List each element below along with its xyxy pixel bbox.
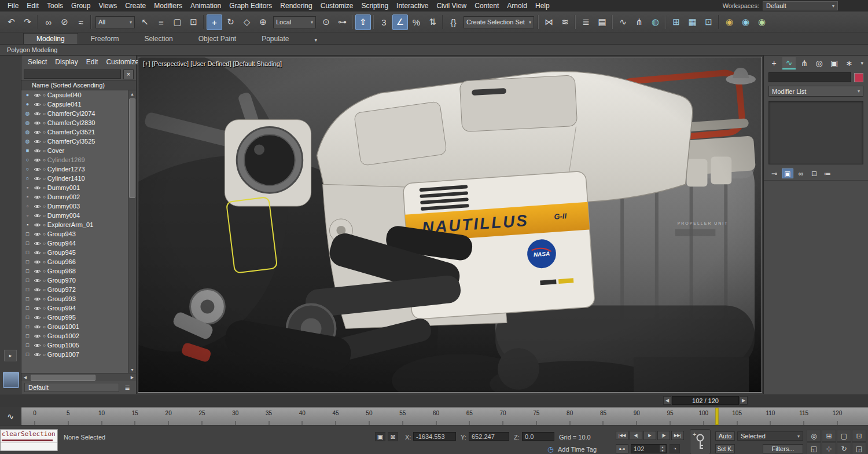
explorer-menu-edit[interactable]: Edit: [82, 58, 102, 66]
object-row[interactable]: ○○Cylinder1410: [21, 174, 128, 183]
select-and-place-button[interactable]: ⊕: [255, 14, 271, 30]
zoom-region-button[interactable]: ◱: [807, 442, 821, 454]
ribbon-panel-header[interactable]: Polygon Modeling: [0, 45, 868, 56]
menu-item-rendering[interactable]: Rendering: [276, 0, 316, 12]
visibility-eye-icon[interactable]: [34, 352, 41, 357]
rectangular-selection-region-button[interactable]: ▢: [170, 14, 185, 30]
zoom-extents-all-button[interactable]: ⊡: [852, 430, 866, 442]
go-to-start-button[interactable]: |◀◀: [616, 431, 628, 440]
rendered-frame-window-button[interactable]: ⊡: [701, 14, 716, 30]
visibility-eye-icon[interactable]: [34, 93, 41, 98]
named-selection-sets-dropdown[interactable]: Create Selection Set▾: [464, 16, 534, 28]
zoom-extents-button[interactable]: ▢: [837, 430, 851, 442]
pan-button[interactable]: ⊹: [822, 442, 836, 454]
next-frame-step-icon[interactable]: ▶: [740, 396, 748, 405]
isolate-selection-toggle[interactable]: ▣: [375, 432, 385, 441]
tab-create[interactable]: +: [767, 57, 781, 69]
tab-display[interactable]: ▣: [827, 57, 841, 69]
visibility-eye-icon[interactable]: [34, 130, 41, 135]
maximize-viewport-toggle[interactable]: ◲: [852, 442, 866, 454]
visibility-eye-icon[interactable]: [34, 250, 41, 255]
ribbon-tab-populate[interactable]: Populate: [249, 34, 301, 44]
ribbon-tab-object-paint[interactable]: Object Paint: [186, 34, 249, 44]
visibility-eye-icon[interactable]: [34, 334, 41, 339]
visibility-eye-icon[interactable]: [34, 204, 41, 209]
object-row[interactable]: □○Group1007: [21, 350, 128, 359]
select-object-button[interactable]: ↖: [137, 14, 153, 30]
menu-item-views[interactable]: Views: [94, 0, 121, 12]
pin-stack-button[interactable]: ⊸: [768, 169, 780, 178]
vertical-scrollbar[interactable]: ▲ ▼: [128, 90, 136, 373]
set-keys-button[interactable]: +: [690, 429, 711, 454]
show-end-result-toggle[interactable]: ▣: [782, 169, 793, 178]
visibility-eye-icon[interactable]: [34, 111, 41, 116]
object-row[interactable]: □○Group945: [21, 248, 128, 257]
visibility-eye-icon[interactable]: [34, 296, 41, 302]
make-unique-button[interactable]: ∞: [795, 169, 807, 178]
object-row[interactable]: ●○Capsule041: [21, 100, 128, 109]
render-setup-button[interactable]: ◉: [722, 14, 737, 30]
visibility-eye-icon[interactable]: [34, 232, 41, 237]
remove-modifier-button[interactable]: ⊟: [808, 169, 820, 178]
object-row[interactable]: □○Group1002: [21, 331, 128, 340]
select-and-move-button[interactable]: +: [207, 14, 222, 30]
menu-item-modifiers[interactable]: Modifiers: [150, 0, 186, 12]
angle-snap-toggle[interactable]: ∠: [392, 14, 408, 30]
keyboard-shortcut-override-toggle[interactable]: ⇧: [355, 14, 371, 30]
modifier-list-dropdown[interactable]: Modifier List ▾: [768, 86, 863, 97]
expand-panel-button[interactable]: ▸: [4, 350, 17, 361]
time-configuration-button[interactable]: ◔: [670, 444, 680, 453]
window-crossing-toggle[interactable]: ⊡: [186, 14, 201, 30]
ribbon-config-icon[interactable]: ▾: [310, 36, 322, 44]
ribbon-tab-selection[interactable]: Selection: [131, 34, 185, 44]
snaps-toggle-3d[interactable]: 3: [376, 14, 392, 30]
object-row[interactable]: □○Group993: [21, 294, 128, 303]
search-input[interactable]: [24, 69, 121, 79]
visibility-eye-icon[interactable]: [34, 158, 41, 163]
menu-item-file[interactable]: File: [3, 0, 23, 12]
object-row[interactable]: □○Group943: [21, 229, 128, 239]
mini-curve-editor-button[interactable]: ∿: [0, 407, 21, 426]
object-row[interactable]: ○○Cylinder1273: [21, 164, 128, 174]
configure-modifier-sets-button[interactable]: ≔: [822, 169, 833, 178]
object-color-swatch[interactable]: [854, 73, 863, 82]
object-row[interactable]: ◍○ChamferCyl2830: [21, 118, 128, 127]
scene-explorer-dock-button[interactable]: [3, 372, 19, 388]
visibility-eye-icon[interactable]: [34, 306, 41, 311]
object-row[interactable]: ●○Capsule040: [21, 90, 128, 100]
object-row[interactable]: □○Group1001: [21, 322, 128, 331]
y-coordinate-field[interactable]: 652.247: [469, 432, 509, 441]
visibility-eye-icon[interactable]: [34, 148, 41, 153]
tab-hierarchy[interactable]: ⋔: [797, 57, 811, 69]
tab-motion[interactable]: ◎: [812, 57, 826, 69]
key-mode-toggle[interactable]: ⊷: [616, 444, 628, 453]
object-row[interactable]: ▫○Dummy003: [21, 202, 128, 211]
time-slider[interactable]: [715, 408, 718, 425]
visibility-eye-icon[interactable]: [34, 241, 41, 246]
object-row[interactable]: □○Group970: [21, 276, 128, 285]
use-pivot-point-center-button[interactable]: ⊙: [318, 14, 334, 30]
visibility-eye-icon[interactable]: [34, 278, 41, 283]
menu-item-create[interactable]: Create: [121, 0, 150, 12]
object-row[interactable]: ▪○ExplorerArm_01: [21, 220, 128, 229]
visibility-eye-icon[interactable]: [34, 287, 41, 292]
visibility-eye-icon[interactable]: [34, 343, 41, 348]
curve-editor-button[interactable]: ∿: [615, 14, 631, 30]
layer-list-icon[interactable]: ≣: [122, 383, 133, 392]
horizontal-scrollbar[interactable]: ◀ ▶: [21, 373, 136, 381]
render-setup-grid-button[interactable]: ⊞: [668, 14, 684, 30]
visibility-eye-icon[interactable]: [34, 102, 41, 107]
schematic-view-button[interactable]: ⋔: [631, 14, 647, 30]
menu-item-edit[interactable]: Edit: [23, 0, 43, 12]
visibility-eye-icon[interactable]: [34, 176, 41, 181]
visibility-eye-icon[interactable]: [34, 259, 41, 265]
current-frame-field[interactable]: 102 ▲▼: [631, 444, 667, 453]
redo-button[interactable]: ↷: [20, 14, 35, 30]
active-layer-dropdown[interactable]: Default: [24, 383, 119, 392]
material-editor-button[interactable]: ◍: [648, 14, 663, 30]
time-ruler[interactable]: 0510152025303540455055606570758085909510…: [21, 407, 868, 426]
object-row[interactable]: □○Group995: [21, 313, 128, 322]
unlink-selection-button[interactable]: ⊘: [57, 14, 72, 30]
select-and-link-button[interactable]: ∞: [41, 14, 56, 30]
menu-item-graph-editors[interactable]: Graph Editors: [225, 0, 276, 12]
